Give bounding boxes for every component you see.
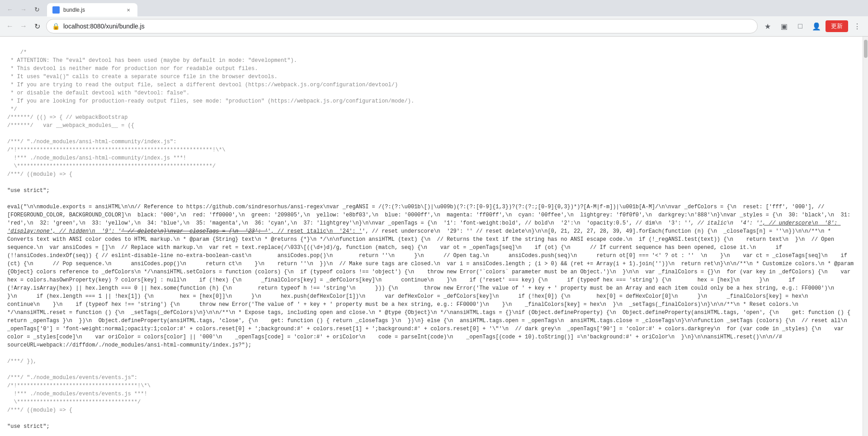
nav-back-button[interactable]: ← (4, 20, 16, 33)
address-text: localhost:8080/xuni/bundle.js (63, 23, 752, 30)
menu-button[interactable]: ⋮ (850, 19, 864, 33)
code-content[interactable]: /* * ATTENTION: The "eval" devtool has b… (0, 37, 863, 436)
nav-reload-button[interactable]: ↻ (31, 20, 43, 33)
nav-forward-button[interactable]: → (17, 20, 30, 33)
toolbar-right: ★ ▣ □ 👤 更新 ⋮ (760, 19, 864, 33)
address-bar[interactable]: 🔒 localhost:8080/xuni/bundle.js (46, 19, 758, 33)
forward-button[interactable]: → (17, 3, 30, 16)
profile-button[interactable]: 👤 (809, 19, 824, 33)
update-button[interactable]: 更新 (826, 20, 848, 32)
browser-chrome: ← → ↻ bundle.js ✕ ← → ↻ 🔒 localhost:8080… (0, 0, 868, 37)
scrollbar-thumb[interactable] (864, 40, 868, 58)
tab-bar-nav: ← → ↻ (0, 3, 47, 16)
tab-bar: ← → ↻ bundle.js ✕ (0, 0, 868, 16)
omnibox-bar: ← → ↻ 🔒 localhost:8080/xuni/bundle.js ★ … (0, 16, 868, 36)
omni-nav: ← → ↻ (4, 20, 43, 33)
reload-button[interactable]: ↻ (31, 3, 43, 16)
window-button[interactable]: □ (793, 19, 807, 33)
active-tab[interactable]: bundle.js ✕ (47, 3, 137, 17)
scrollbar-right[interactable] (863, 37, 868, 436)
back-button[interactable]: ← (4, 3, 16, 16)
tab-title: bundle.js (63, 7, 121, 13)
tab-close-button[interactable]: ✕ (125, 6, 132, 14)
cast-button[interactable]: ▣ (777, 19, 791, 33)
bookmark-button[interactable]: ★ (760, 19, 775, 33)
page-container: /* * ATTENTION: The "eval" devtool has b… (0, 37, 868, 436)
tab-favicon (52, 6, 60, 14)
lock-icon: 🔒 (52, 23, 60, 30)
